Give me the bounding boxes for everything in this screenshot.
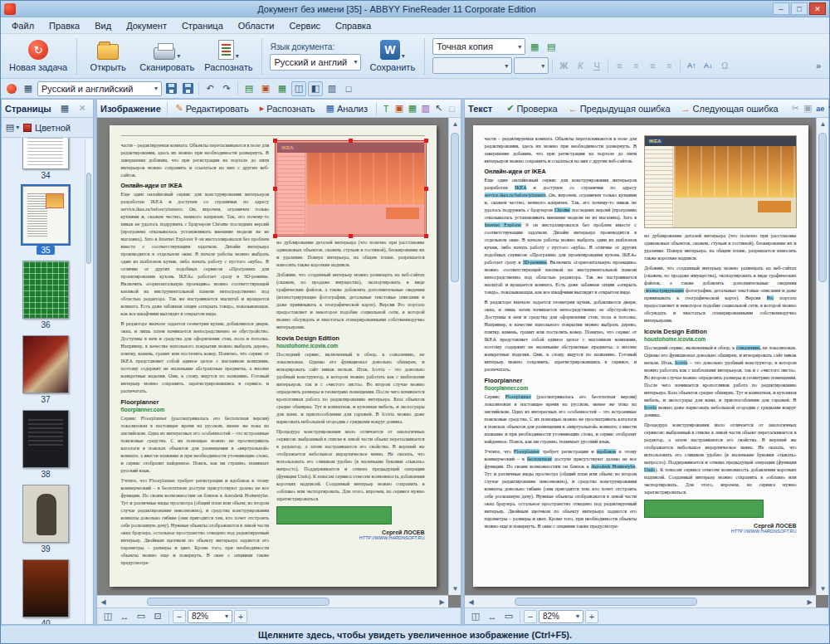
split-view-icon[interactable]: ◧ [308,81,323,96]
barcode-area-tool-icon[interactable]: ▥ [420,101,431,116]
fit-page-icon[interactable]: ◫ [468,609,483,624]
thumbnail-image[interactable] [22,186,69,244]
fit-page-icon[interactable]: ◫ [100,609,115,624]
menu-item[interactable]: Области [231,19,282,32]
analyze-button[interactable]: ▦ Анализ [322,101,373,115]
thumbnail-image[interactable] [22,559,69,617]
scrollbar-thumb[interactable] [451,133,459,282]
color-mode-label[interactable]: Цветной [35,123,71,133]
quick-task-icon[interactable] [7,84,17,94]
scrollbar-thumb[interactable] [818,133,827,282]
page-thumbnail-35[interactable]: 35 [10,186,81,255]
zoom-in-button[interactable]: + [585,610,598,623]
select-tool-icon[interactable]: ↖ [433,101,444,116]
draw-image-area-icon[interactable]: ▣ [258,81,273,96]
resize-handle[interactable] [424,234,428,238]
text-canvas[interactable]: части – редактируемая комната. Объекты п… [465,118,828,607]
save-all-icon[interactable] [180,81,195,96]
pan-icon[interactable]: ⊡ [150,609,165,624]
page-thumbnail-38[interactable]: 38 [10,410,81,479]
image-area-tool-icon[interactable]: ▣ [394,101,405,116]
image-text-view-icon[interactable]: ◫ [291,81,306,96]
resize-handle[interactable] [273,187,277,191]
font-increase-icon[interactable]: А↑ [684,58,699,73]
document-language-combo[interactable]: Русский и англий ▾ [270,54,361,71]
zoom-out-button[interactable]: − [524,610,537,623]
open-button[interactable]: Открыть [81,36,134,77]
keep-tables-icon[interactable]: ▤ [544,39,559,54]
fit-width-icon[interactable]: ↔ [117,609,132,624]
toolbar-overflow-icon[interactable]: » [811,58,826,73]
selected-area-overlay[interactable] [275,140,427,237]
close-button[interactable]: ✕ [809,2,826,15]
page-thumbnails-icon[interactable]: ▦ [21,81,36,96]
recognized-picture[interactable]: IKEA [644,135,797,228]
image-canvas[interactable]: части – редактируемая комната. Объекты п… [97,118,461,607]
save-button[interactable]: W▾ Сохранить [364,36,420,77]
recognized-text-page[interactable]: части – редактируемая комната. Объекты п… [473,125,808,587]
chevron-down-icon[interactable]: ▾ [402,52,405,60]
resize-handle[interactable] [424,139,428,143]
zoom-select[interactable]: 82% ▾ [539,610,583,623]
menu-item[interactable]: Сервис [281,19,328,32]
undo-icon[interactable]: ↶ [203,81,217,96]
menu-item[interactable]: Документ [119,19,174,32]
status-hint[interactable]: Щелкните здесь, чтобы увидеть увеличенно… [1,625,829,643]
page-thumbnail-list[interactable]: 34353637383940 [2,138,93,624]
character-confidence-icon[interactable]: ае [815,101,825,116]
chevron-down-icon[interactable]: ▾ [236,52,239,60]
zoom-out-button[interactable]: − [173,610,186,623]
resize-handle[interactable] [424,187,428,191]
previous-error-button[interactable]: ← Предыдущая ошибка [564,102,675,115]
verify-text-button[interactable]: ✔ Проверка [502,101,562,115]
draw-text-area-icon[interactable]: ▤ [242,81,256,96]
edit-image-button[interactable]: ✎ Редактировать [171,101,252,115]
menu-item[interactable]: Страница [174,19,231,32]
page-thumbnail-34[interactable]: 34 [10,138,81,180]
text-only-view-icon[interactable]: □ [341,81,356,96]
menu-item[interactable]: Справка [328,19,378,32]
actual-size-icon[interactable]: ▭ [501,609,516,624]
font-decrease-icon[interactable]: А↓ [701,58,715,73]
resize-handle[interactable] [273,139,277,143]
maximize-button[interactable]: □ [791,2,808,15]
menu-item[interactable]: Вид [87,19,119,32]
image-only-view-icon[interactable]: ▥ [325,81,339,96]
fit-width-icon[interactable]: ↔ [485,609,500,624]
menu-item[interactable]: Файл [4,19,42,32]
horizontal-scrollbar[interactable]: ◀ ▶ [465,595,816,607]
next-error-button[interactable]: → Следующая ошибка [677,102,783,115]
erase-tool-icon[interactable]: □ [447,101,457,116]
text-area-tool-icon[interactable]: T [381,101,392,116]
recognition-language-combo[interactable]: Русский и английский ▾ [37,81,162,96]
horizontal-scrollbar[interactable]: ◀ ▶ [97,595,448,607]
zoom-select[interactable]: 82% ▾ [188,610,232,623]
scrollbar-thumb[interactable] [515,598,697,606]
zoom-in-button[interactable]: + [234,610,247,623]
close-panel-icon[interactable]: ✕ [75,101,90,116]
vertical-scrollbar[interactable]: ▲ ▼ [816,118,828,595]
thumbnail-image[interactable] [22,335,69,393]
page-thumbnail-40[interactable]: 40 [10,559,81,624]
chevron-down-icon[interactable]: ▾ [177,52,180,60]
minimize-button[interactable]: – [773,2,789,15]
resize-handle[interactable] [349,234,353,238]
recognize-button[interactable]: ▾ Распознать [199,36,257,77]
draw-table-area-icon[interactable]: ▦ [275,81,290,96]
pages-view-dropdown-icon[interactable]: ▤▾ [5,120,20,135]
menu-item[interactable]: Правка [42,19,87,32]
ikea-screenshot-region[interactable]: IKEA [276,142,425,235]
new-task-button[interactable]: ↻ Новая задача [4,36,72,77]
format-mode-combo[interactable]: Точная копия ▾ [432,38,525,55]
keep-pictures-icon[interactable]: ▦ [527,39,542,54]
redo-icon[interactable]: ↷ [219,81,234,96]
recognize-page-button[interactable]: ▸ Распознать [256,101,320,115]
pages-scrollbar[interactable] [85,139,92,623]
titlebar[interactable]: Документ без имени [35] - ABBYY FineRead… [1,1,829,17]
scan-button[interactable]: ▾ Сканировать [134,36,199,77]
page-thumbnail-36[interactable]: 36 [10,261,81,329]
save-icon[interactable] [164,81,178,96]
actual-size-icon[interactable]: ▭ [134,609,149,624]
scrollbar-thumb[interactable] [147,598,330,606]
thumbnail-image[interactable] [22,138,69,169]
